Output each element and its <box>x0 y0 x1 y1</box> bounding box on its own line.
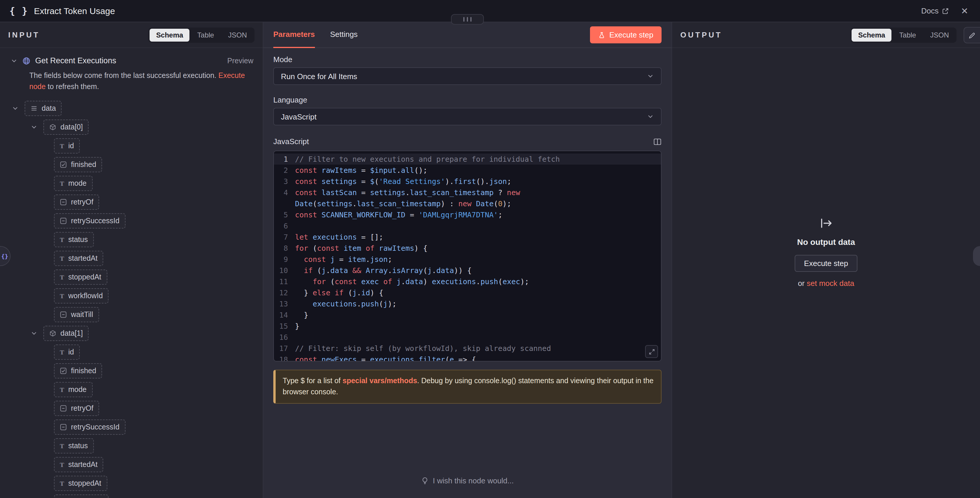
input-tab-table[interactable]: Table <box>191 29 221 41</box>
schema-field-data[interactable]: data <box>25 100 62 116</box>
node-title[interactable]: Extract Token Usage <box>34 6 115 16</box>
schema-field-stoppedAt[interactable]: TstoppedAt <box>54 269 107 284</box>
code-editor[interactable]: 1// Filter to new executions and prepare… <box>273 151 662 362</box>
schema-field-startedAt[interactable]: TstartedAt <box>54 251 103 266</box>
schema-field-retrySuccessId[interactable]: retrySuccessId <box>54 419 125 435</box>
notice-text: The fields below come from the last succ… <box>29 71 218 80</box>
code-line[interactable]: 15} <box>274 320 661 331</box>
code-line[interactable]: 8for (const item of rawItems) { <box>274 243 661 254</box>
schema-field-id[interactable]: Tid <box>54 138 80 153</box>
schema-field-workflowId[interactable]: TworkflowId <box>54 494 109 498</box>
tree-row: finished <box>54 157 263 172</box>
schema-field-stoppedAt[interactable]: TstoppedAt <box>54 476 107 491</box>
tree-row: data[1] <box>30 325 263 341</box>
close-icon[interactable]: ✕ <box>959 5 970 17</box>
wish-node-link[interactable]: I wish this node would... <box>273 476 662 485</box>
input-tab-schema[interactable]: Schema <box>150 29 190 41</box>
schema-field-retrySuccessId[interactable]: retrySuccessId <box>54 213 125 228</box>
chevron-down-icon[interactable] <box>11 57 18 64</box>
code-line[interactable]: 10 if (j.data && Array.isArray(j.data)) … <box>274 265 661 276</box>
tab-settings[interactable]: Settings <box>330 22 358 48</box>
ndv-header: { } Extract Token Usage Docs ✕ <box>0 0 980 22</box>
chevron-down-icon <box>647 73 654 80</box>
schema-field-label: mode <box>68 179 87 187</box>
bar-arrow-right-icon <box>819 216 833 230</box>
tree-row: TstartedAt <box>54 457 263 472</box>
tree-row: Tstatus <box>54 232 263 247</box>
schema-field-retryOf[interactable]: retryOf <box>54 194 99 209</box>
code-node-icon: { } <box>10 5 28 16</box>
execute-step-button[interactable]: Execute step <box>590 26 662 43</box>
code-editor-label: JavaScript <box>273 137 309 146</box>
schema-field-retryOf[interactable]: retryOf <box>54 400 99 416</box>
tree-row: finished <box>54 363 263 378</box>
schema-field-label: stoppedAt <box>68 479 102 487</box>
code-line[interactable]: 12 } else if (j.id) { <box>274 287 661 298</box>
schema-field-startedAt[interactable]: TstartedAt <box>54 457 103 472</box>
schema-field-status[interactable]: Tstatus <box>54 232 94 247</box>
chevron-down-icon <box>647 113 654 120</box>
schema-field-label: mode <box>68 385 87 393</box>
string-type-icon: T <box>60 142 64 149</box>
schema-field-label: status <box>68 235 88 243</box>
schema-field-label: workflowId <box>68 292 103 300</box>
preview-label: Preview <box>227 57 253 65</box>
docs-label: Docs <box>921 6 939 15</box>
line-number: 11 <box>274 276 295 287</box>
tree-row: waitTill <box>54 307 263 322</box>
schema-field-data[1][interactable]: data[1] <box>43 325 89 341</box>
code-line[interactable]: 3const settings = $('Read Settings').fir… <box>274 176 661 187</box>
string-type-icon: T <box>60 179 64 187</box>
schema-field-status[interactable]: Tstatus <box>54 438 94 453</box>
input-panel-title: INPUT <box>8 30 40 39</box>
line-number: 9 <box>274 254 295 265</box>
schema-field-mode[interactable]: Tmode <box>54 176 92 191</box>
split-view-icon[interactable] <box>653 137 662 146</box>
schema-field-finished[interactable]: finished <box>54 157 102 172</box>
line-number: 15 <box>274 320 295 331</box>
input-node-row[interactable]: Get Recent Executions Preview <box>0 56 263 65</box>
panel-drag-handle[interactable] <box>451 14 484 25</box>
input-tab-json[interactable]: JSON <box>222 29 253 41</box>
docs-link[interactable]: Docs <box>921 6 949 15</box>
chevron-down-icon[interactable] <box>12 105 20 112</box>
schema-field-data[0][interactable]: data[0] <box>43 119 89 135</box>
schema-field-workflowId[interactable]: TworkflowId <box>54 288 109 303</box>
code-line[interactable]: 7let executions = []; <box>274 232 661 243</box>
code-line[interactable]: 17// Filter: skip self (by workflowId), … <box>274 343 661 354</box>
schema-field-mode[interactable]: Tmode <box>54 382 92 397</box>
code-line[interactable]: 11 for (const exec of j.data) executions… <box>274 276 661 287</box>
code-line[interactable]: 13 executions.push(j); <box>274 298 661 309</box>
schema-field-waitTill[interactable]: waitTill <box>54 307 99 322</box>
code-line[interactable]: 18const newExecs = executions.filter(e =… <box>274 354 661 362</box>
code-line[interactable]: 9 const j = item.json; <box>274 254 661 265</box>
code-line[interactable]: 6 <box>274 220 661 232</box>
chevron-down-icon[interactable] <box>30 123 39 130</box>
tree-row: retryOf <box>54 194 263 209</box>
language-value: JavaScript <box>281 112 317 121</box>
boolean-type-icon <box>60 367 67 374</box>
string-type-icon: T <box>60 461 64 468</box>
code-line[interactable]: 2const rawItems = $input.all(); <box>274 165 661 176</box>
chevron-down-icon[interactable] <box>30 330 39 336</box>
special-vars-link[interactable]: special vars/methods <box>342 377 417 385</box>
tab-parameters[interactable]: Parameters <box>273 22 315 48</box>
schema-field-id[interactable]: Tid <box>54 344 80 360</box>
output-execute-step-button[interactable]: Execute step <box>795 255 858 272</box>
set-mock-data-link[interactable]: set mock data <box>807 279 854 288</box>
hint-text: Type $ for a list of <box>283 377 342 385</box>
array-type-icon <box>30 105 38 112</box>
mode-select[interactable]: Run Once for All Items <box>273 67 662 85</box>
tree-row: retrySuccessId <box>54 213 263 228</box>
code-line[interactable]: 4const lastScan = settings.last_scan_tim… <box>274 187 661 209</box>
string-type-icon: T <box>60 386 64 393</box>
code-line[interactable]: 16 <box>274 331 661 343</box>
code-line[interactable]: 14 } <box>274 309 661 320</box>
globe-icon <box>22 57 30 65</box>
schema-field-finished[interactable]: finished <box>54 363 102 378</box>
code-line[interactable]: 5const SCANNER_WORKFLOW_ID = 'DAMLgqrjRM… <box>274 209 661 220</box>
language-select[interactable]: JavaScript <box>273 108 662 125</box>
expand-editor-button[interactable] <box>645 345 658 358</box>
right-edge-badge[interactable] <box>973 246 980 266</box>
code-line[interactable]: 1// Filter to new executions and prepare… <box>274 154 661 165</box>
